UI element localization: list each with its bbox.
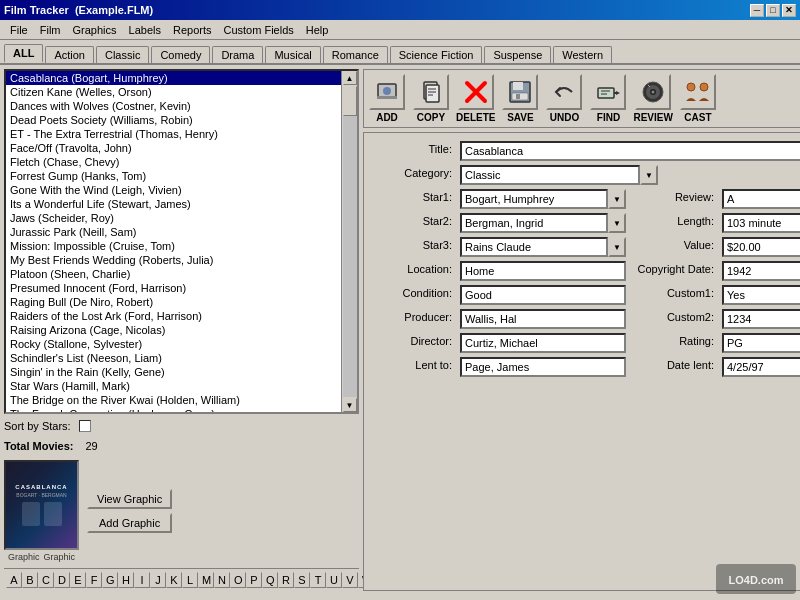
movie-list-item[interactable]: Raiders of the Lost Ark (Ford, Harrison): [6, 309, 341, 323]
alpha-button-n[interactable]: N: [214, 572, 230, 588]
movie-list-item[interactable]: Star Wars (Hamill, Mark): [6, 379, 341, 393]
star3-input[interactable]: [460, 237, 608, 257]
tab-musical[interactable]: Musical: [265, 46, 320, 63]
alpha-button-u[interactable]: U: [326, 572, 342, 588]
movie-list-item[interactable]: Platoon (Sheen, Charlie): [6, 267, 341, 281]
tab-western[interactable]: Western: [553, 46, 612, 63]
alpha-button-r[interactable]: R: [278, 572, 294, 588]
tab-classic[interactable]: Classic: [96, 46, 149, 63]
scroll-down-button[interactable]: ▼: [343, 398, 357, 412]
alpha-button-b[interactable]: B: [22, 572, 38, 588]
movie-list-item[interactable]: Raising Arizona (Cage, Nicolas): [6, 323, 341, 337]
movie-list-item[interactable]: Forrest Gump (Hanks, Tom): [6, 169, 341, 183]
menu-film[interactable]: Film: [34, 22, 67, 38]
star1-dropdown[interactable]: ▼: [608, 189, 626, 209]
review-button[interactable]: REVIEW: [633, 74, 672, 123]
date-lent-input[interactable]: [722, 357, 800, 377]
movie-list-item[interactable]: Raging Bull (De Niro, Robert): [6, 295, 341, 309]
alpha-button-l[interactable]: L: [182, 572, 198, 588]
alpha-button-j[interactable]: J: [150, 572, 166, 588]
tab-suspense[interactable]: Suspense: [484, 46, 551, 63]
value-input[interactable]: [722, 237, 800, 257]
menu-labels[interactable]: Labels: [123, 22, 167, 38]
custom1-input[interactable]: [722, 285, 800, 305]
add-graphic-button[interactable]: Add Graphic: [87, 513, 172, 533]
tab-romance[interactable]: Romance: [323, 46, 388, 63]
condition-input[interactable]: [460, 285, 626, 305]
movie-list-item[interactable]: Rocky (Stallone, Sylvester): [6, 337, 341, 351]
delete-button[interactable]: DELETE: [456, 74, 495, 123]
tab-scifi[interactable]: Science Fiction: [390, 46, 483, 63]
movie-list-item[interactable]: Jaws (Scheider, Roy): [6, 211, 341, 225]
alpha-button-v[interactable]: V: [342, 572, 358, 588]
scroll-up-button[interactable]: ▲: [343, 71, 357, 85]
movie-list-item[interactable]: The Bridge on the River Kwai (Holden, Wi…: [6, 393, 341, 407]
movie-list-item[interactable]: Fletch (Chase, Chevy): [6, 155, 341, 169]
movie-list-item[interactable]: The French Connection (Hackman, Gene): [6, 407, 341, 412]
lent-to-input[interactable]: [460, 357, 626, 377]
movie-list-item[interactable]: Mission: Impossible (Cruise, Tom): [6, 239, 341, 253]
review-input[interactable]: [722, 189, 800, 209]
alpha-button-h[interactable]: H: [118, 572, 134, 588]
menu-help[interactable]: Help: [300, 22, 335, 38]
alpha-button-k[interactable]: K: [166, 572, 182, 588]
star3-dropdown[interactable]: ▼: [608, 237, 626, 257]
movie-list-item[interactable]: Citizen Kane (Welles, Orson): [6, 85, 341, 99]
alpha-button-d[interactable]: D: [54, 572, 70, 588]
alpha-button-i[interactable]: I: [134, 572, 150, 588]
find-button[interactable]: FIND: [589, 74, 627, 123]
scrollbar-thumb[interactable]: [343, 86, 357, 116]
view-graphic-button[interactable]: View Graphic: [87, 489, 172, 509]
movie-list-item[interactable]: Presumed Innocent (Ford, Harrison): [6, 281, 341, 295]
custom2-input[interactable]: [722, 309, 800, 329]
rating-input[interactable]: [722, 333, 800, 353]
star2-input[interactable]: [460, 213, 608, 233]
alpha-button-a[interactable]: A: [6, 572, 22, 588]
movie-list-scroll[interactable]: Casablanca (Bogart, Humphrey)Citizen Kan…: [6, 71, 341, 412]
tab-action[interactable]: Action: [45, 46, 94, 63]
title-input[interactable]: [460, 141, 800, 161]
producer-input[interactable]: [460, 309, 626, 329]
movie-list-item[interactable]: Dead Poets Society (Williams, Robin): [6, 113, 341, 127]
movie-list-item[interactable]: Casablanca (Bogart, Humphrey): [6, 71, 341, 85]
menu-reports[interactable]: Reports: [167, 22, 218, 38]
alpha-button-s[interactable]: S: [294, 572, 310, 588]
movie-list-item[interactable]: My Best Friends Wedding (Roberts, Julia): [6, 253, 341, 267]
alpha-button-t[interactable]: T: [310, 572, 326, 588]
location-input[interactable]: [460, 261, 626, 281]
copy-button[interactable]: COPY: [412, 74, 450, 123]
alpha-button-q[interactable]: Q: [262, 572, 278, 588]
alpha-button-p[interactable]: P: [246, 572, 262, 588]
alpha-button-m[interactable]: M: [198, 572, 214, 588]
save-button[interactable]: SAVE: [501, 74, 539, 123]
add-button[interactable]: ADD: [368, 74, 406, 123]
copyright-input[interactable]: [722, 261, 800, 281]
movie-list-item[interactable]: ET - The Extra Terrestrial (Thomas, Henr…: [6, 127, 341, 141]
movie-list-item[interactable]: Its a Wonderful Life (Stewart, James): [6, 197, 341, 211]
alpha-button-e[interactable]: E: [70, 572, 86, 588]
alpha-button-f[interactable]: F: [86, 572, 102, 588]
category-input[interactable]: [460, 165, 640, 185]
maximize-button[interactable]: □: [766, 4, 780, 17]
alpha-button-c[interactable]: C: [38, 572, 54, 588]
movie-list-item[interactable]: Singin' in the Rain (Kelly, Gene): [6, 365, 341, 379]
movie-list-item[interactable]: Gone With the Wind (Leigh, Vivien): [6, 183, 341, 197]
director-input[interactable]: [460, 333, 626, 353]
tab-all[interactable]: ALL: [4, 44, 43, 63]
star1-input[interactable]: [460, 189, 608, 209]
movie-list-item[interactable]: Face/Off (Travolta, John): [6, 141, 341, 155]
alpha-button-o[interactable]: O: [230, 572, 246, 588]
movie-list-item[interactable]: Schindler's List (Neeson, Liam): [6, 351, 341, 365]
length-input[interactable]: [722, 213, 800, 233]
movie-list-item[interactable]: Jurassic Park (Neill, Sam): [6, 225, 341, 239]
cast-button[interactable]: CAST: [679, 74, 717, 123]
category-dropdown[interactable]: ▼: [640, 165, 658, 185]
menu-file[interactable]: File: [4, 22, 34, 38]
movie-list-item[interactable]: Dances with Wolves (Costner, Kevin): [6, 99, 341, 113]
tab-drama[interactable]: Drama: [212, 46, 263, 63]
undo-button[interactable]: UNDO: [545, 74, 583, 123]
alpha-button-g[interactable]: G: [102, 572, 118, 588]
menu-custom-fields[interactable]: Custom Fields: [218, 22, 300, 38]
minimize-button[interactable]: ─: [750, 4, 764, 17]
menu-graphics[interactable]: Graphics: [67, 22, 123, 38]
